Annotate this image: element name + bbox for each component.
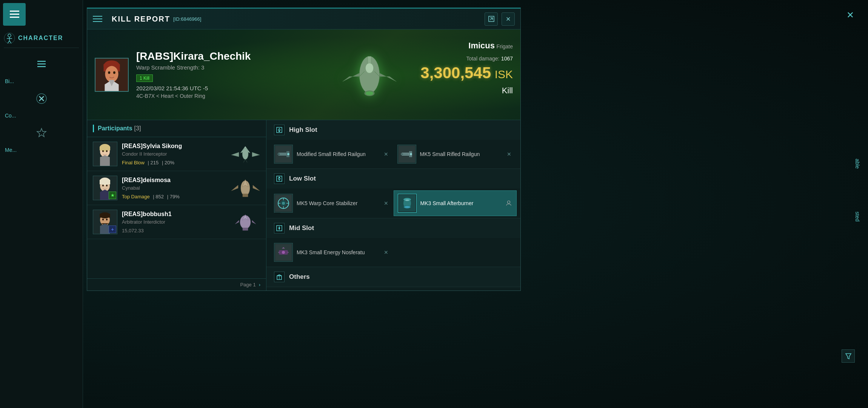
participant-avatar [93, 142, 117, 166]
item-icon [274, 194, 293, 213]
item-person-icon [505, 199, 512, 207]
svg-point-73 [287, 153, 289, 155]
svg-marker-64 [235, 220, 239, 224]
participant-item[interactable]: ★ [REAS]deismosa Cynabal Top Damage | 85… [87, 171, 266, 205]
svg-rect-9 [37, 61, 46, 62]
svg-point-61 [106, 219, 108, 221]
kill-report-export-button[interactable] [485, 12, 498, 26]
svg-rect-36 [100, 147, 110, 150]
item-info: MK5 Small Rifled Railgun [420, 151, 504, 158]
kill-outcome: Kill [420, 86, 513, 96]
low-slot-title: Low Slot [289, 175, 316, 182]
sidebar-menu-button[interactable] [3, 3, 26, 26]
item-close-button[interactable]: ✕ [382, 249, 390, 256]
svg-line-44 [245, 159, 247, 162]
filter-icon-btn[interactable] [842, 349, 855, 363]
participant-ship-image [230, 212, 260, 232]
item-info: MK5 Warp Core Stabilizer [297, 200, 380, 207]
svg-rect-11 [37, 66, 46, 67]
low-slot-items: 1 [266, 189, 520, 218]
slot-item[interactable]: 1 [394, 142, 517, 167]
sidebar-medals[interactable] [31, 122, 52, 143]
sidebar-co[interactable]: Co... [2, 111, 81, 121]
others-title: Others [289, 273, 310, 281]
low-slot-section: Low Slot 1 [266, 169, 520, 218]
svg-line-43 [243, 159, 245, 162]
slot-item[interactable]: 1 Modified Smal [270, 142, 394, 167]
participant-damage: 15,072.33 [122, 228, 230, 233]
participant-info: [REAS]bobbush1 Arbitrator Interdictor 15… [122, 211, 230, 233]
svg-line-17 [490, 18, 492, 20]
slot-item[interactable]: 1 [270, 190, 394, 216]
participants-title: Participants [98, 125, 132, 132]
svg-marker-25 [343, 73, 359, 81]
svg-marker-42 [252, 152, 260, 157]
svg-point-95 [405, 199, 409, 201]
svg-rect-2 [10, 17, 19, 18]
sidebar-me[interactable]: Me... [2, 145, 81, 155]
others-icon [274, 272, 285, 282]
participant-list: [REAS]Sylvia Sikong Condor II Intercepto… [87, 137, 266, 278]
svg-point-21 [105, 66, 118, 82]
kill-report-close-button[interactable]: ✕ [502, 12, 515, 26]
participant-info: [REAS]Sylvia Sikong Condor II Intercepto… [122, 143, 230, 165]
high-slot-header: High Slot [266, 120, 520, 140]
item-close-button[interactable]: ✕ [382, 199, 390, 207]
kill-badge: 1 Kill [136, 74, 153, 82]
item-icon [274, 145, 293, 164]
svg-rect-10 [37, 63, 46, 65]
ship-type: Frigate [496, 43, 513, 49]
participants-header: Participants [3] [87, 120, 266, 137]
slot-item[interactable]: 1 [270, 240, 394, 265]
participants-count: [3] [134, 125, 141, 132]
item-close-button[interactable]: ✕ [505, 150, 513, 158]
next-page-button[interactable]: › [259, 282, 260, 287]
victim-avatar [95, 58, 129, 92]
item-name: MK3 Small Energy Nosferatu [297, 249, 380, 256]
participant-name: [REAS]deismosa [122, 177, 230, 184]
sidebar-nav-menu[interactable] [31, 54, 52, 74]
sidebar-nav: Bi... Co... Me... [0, 50, 83, 159]
kill-report-title: KILL REPORT [112, 15, 170, 23]
svg-marker-15 [37, 128, 46, 137]
participant-damage: Top Damage | 852 | 79% [122, 194, 230, 199]
svg-marker-109 [846, 354, 851, 359]
svg-marker-26 [380, 73, 396, 81]
kill-header: [RABS]Kirara_Chechik Warp Scramble Stren… [87, 29, 520, 120]
svg-rect-66 [243, 228, 248, 230]
svg-point-23 [113, 71, 115, 74]
participant-avatar: ★ [93, 176, 117, 200]
svg-point-50 [106, 185, 108, 187]
participant-item[interactable]: [REAS]Sylvia Sikong Condor II Intercepto… [87, 137, 266, 171]
mid-slot-icon [274, 223, 285, 233]
slot-item-highlighted[interactable]: 1 [394, 190, 517, 216]
svg-rect-0 [10, 11, 19, 12]
item-close-button[interactable]: ✕ [382, 150, 390, 158]
filter-button[interactable] [842, 349, 855, 363]
content-area: Participants [3] [87, 120, 520, 291]
total-damage-label: Total damage: [466, 56, 499, 62]
item-info: MK3 Small Energy Nosferatu [297, 249, 380, 256]
participant-ship-image [230, 178, 260, 198]
svg-rect-98 [279, 227, 280, 229]
svg-point-22 [108, 71, 110, 74]
svg-rect-59 [100, 214, 110, 218]
item-icon [398, 194, 417, 213]
kill-report-actions: ✕ [485, 12, 515, 26]
svg-rect-48 [100, 180, 110, 184]
svg-point-29 [365, 63, 373, 73]
sidebar-bio[interactable]: Bi... [2, 76, 81, 86]
participant-item[interactable]: + [REAS]bobbush1 Arbitrator Interdictor … [87, 205, 266, 239]
kill-report-menu-button[interactable] [93, 12, 106, 26]
participants-panel: Participants [3] [87, 120, 266, 291]
main-close-button[interactable]: ✕ [843, 8, 857, 22]
svg-point-3 [8, 34, 11, 37]
kill-report-window: KILL REPORT [ID:6846966] ✕ [87, 8, 521, 291]
item-name: MK5 Warp Core Stabilizer [297, 200, 380, 207]
item-name: Modified Small Rifled Railgun [297, 151, 380, 158]
kill-report-id: [ID:6846966] [173, 16, 201, 22]
able-text: able [854, 159, 860, 168]
sidebar-combat[interactable] [31, 88, 52, 109]
high-slot-section: High Slot 1 [266, 120, 520, 169]
mid-slot-items: 1 [266, 238, 520, 267]
